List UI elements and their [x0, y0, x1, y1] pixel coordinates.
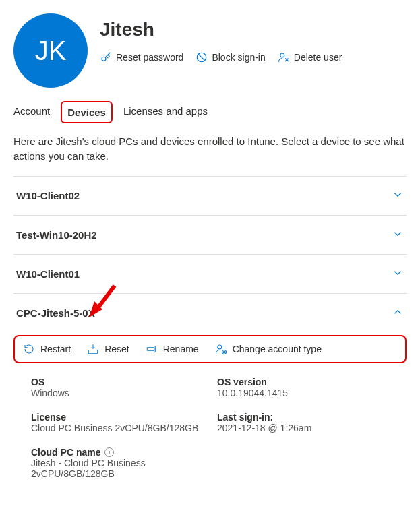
chevron-down-icon	[392, 228, 404, 242]
device-details: OS Windows OS version 10.0.19044.1415 Li…	[13, 363, 407, 489]
user-name: Jitesh	[100, 19, 342, 40]
tab-devices-highlight: Devices	[61, 101, 113, 123]
block-signin-label: Block sign-in	[212, 52, 265, 63]
license-value: Cloud PC Business 2vCPU/8GB/128GB	[31, 423, 212, 443]
reset-password-label: Reset password	[116, 52, 183, 63]
chevron-down-icon	[392, 267, 404, 281]
change-account-type-button[interactable]: Change account type	[215, 343, 322, 355]
svg-rect-8	[88, 350, 98, 353]
last-signin-label: Last sign-in:	[217, 412, 407, 423]
devices-description: Here are Jitesh's cloud PCs and devices …	[13, 134, 407, 164]
svg-rect-9	[147, 347, 154, 350]
os-label: OS	[31, 377, 212, 388]
restart-label: Restart	[40, 344, 71, 354]
cloudpc-name-value: Jitesh - Cloud PC Business 2vCPU/8GB/128…	[31, 458, 186, 489]
device-row[interactable]: Test-Win10-20H2	[13, 215, 407, 254]
rename-icon	[146, 343, 158, 355]
device-row[interactable]: W10-Client02	[13, 176, 407, 215]
os-version-value: 10.0.19044.1415	[217, 388, 407, 408]
delete-user-button[interactable]: Delete user	[278, 51, 342, 63]
user-header: JK Jitesh Reset password Block sign-in D…	[13, 13, 407, 88]
delete-user-label: Delete user	[294, 52, 342, 63]
device-name: Test-Win10-20H2	[16, 229, 97, 241]
chevron-down-icon	[392, 189, 404, 203]
os-version-label: OS version	[217, 377, 407, 388]
chevron-up-icon	[392, 306, 404, 320]
change-account-icon	[215, 343, 227, 355]
last-signin-value: 2021-12-18 @ 1:26am	[217, 423, 407, 443]
tab-account[interactable]: Account	[13, 104, 50, 118]
block-signin-button[interactable]: Block sign-in	[196, 51, 265, 63]
info-icon[interactable]: i	[104, 447, 114, 457]
svg-point-3	[280, 53, 284, 57]
svg-point-10	[217, 345, 221, 349]
reset-icon	[87, 343, 99, 355]
tabs: Account Devices Licenses and apps	[13, 104, 407, 121]
reset-password-button[interactable]: Reset password	[100, 51, 183, 63]
reset-button[interactable]: Reset	[87, 343, 129, 355]
restart-button[interactable]: Restart	[23, 343, 71, 355]
device-row-expanded[interactable]: CPC-Jitesh-5-0X	[13, 293, 407, 332]
device-row[interactable]: W10-Client01	[13, 254, 407, 293]
device-name: W10-Client02	[16, 190, 80, 202]
change-account-label: Change account type	[233, 344, 322, 354]
device-name: W10-Client01	[16, 268, 80, 280]
cloudpc-name-label: Cloud PC name	[31, 447, 100, 458]
delete-user-icon	[278, 51, 290, 63]
tab-devices[interactable]: Devices	[67, 105, 106, 119]
svg-line-2	[198, 54, 206, 61]
block-icon	[196, 51, 208, 63]
key-icon	[100, 51, 112, 63]
os-value: Windows	[31, 388, 212, 408]
reset-label: Reset	[104, 344, 129, 354]
tab-licenses[interactable]: Licenses and apps	[123, 104, 208, 118]
restart-icon	[23, 343, 35, 355]
license-label: License	[31, 412, 212, 423]
rename-button[interactable]: Rename	[146, 343, 199, 355]
rename-label: Rename	[163, 344, 199, 354]
device-name: CPC-Jitesh-5-0X	[16, 307, 95, 319]
avatar: JK	[13, 13, 88, 88]
device-actions-toolbar: Restart Reset Rename Change account type	[13, 335, 407, 363]
